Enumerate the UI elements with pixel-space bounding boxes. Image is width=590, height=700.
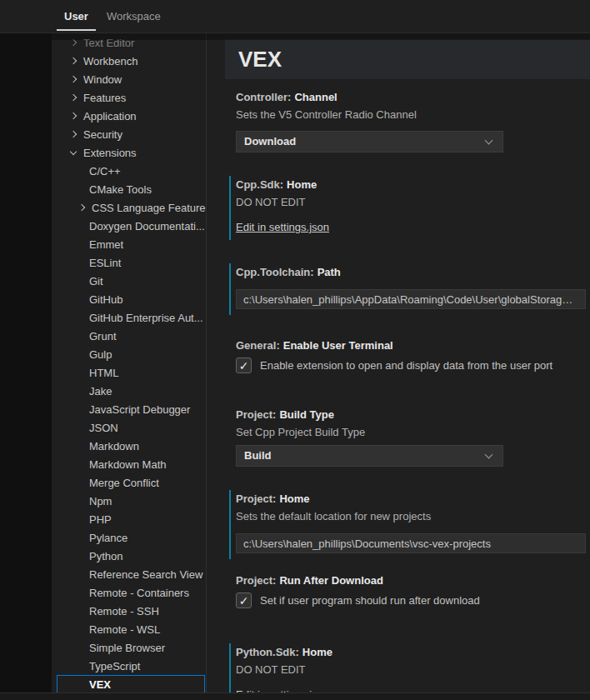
toc-item-cmake-tools[interactable]: CMake Tools: [57, 180, 205, 198]
toc-item-label: Remote - WSL: [89, 623, 160, 636]
toc-item-merge-conflict[interactable]: Merge Conflict: [57, 473, 205, 492]
toc-item-label: Remote - Containers: [89, 587, 189, 599]
toc-item-label: Doxygen Documentati...: [89, 220, 205, 232]
edit-in-settings-json-link[interactable]: Edit in settings.json: [236, 221, 329, 233]
toc-item-remote-wsl[interactable]: Remote - WSL: [57, 620, 205, 638]
toc-item-html[interactable]: HTML: [57, 363, 205, 382]
cpp-toolchain-path-input[interactable]: [236, 289, 586, 309]
toc-item-label: Jake: [89, 385, 112, 398]
select-value: Download: [237, 132, 502, 152]
toc-item-json[interactable]: JSON: [57, 418, 205, 437]
chevron-right-icon: [70, 131, 77, 138]
setting-project-build-type: Project:Build Type Set Cpp Project Build…: [236, 408, 586, 467]
toc-item-label: Npm: [89, 495, 112, 508]
setting-description: Sets the V5 Controller Radio Channel: [236, 108, 586, 122]
setting-project-home: Project:Home Sets the default location f…: [236, 492, 586, 553]
setting-label: Python.Sdk:Home: [236, 645, 586, 660]
extension-title-row: VEX: [225, 39, 590, 79]
toc-item-reference-search-view[interactable]: Reference Search View: [57, 565, 205, 583]
toc-item-label: JSON: [89, 422, 118, 434]
setting-label: Cpp.Toolchain:Path: [236, 265, 586, 280]
project-build-type-select[interactable]: Build: [236, 445, 503, 467]
toc-item-vex[interactable]: VEX: [57, 675, 205, 692]
toc-list: Text EditorWorkbenchWindowFeaturesApplic…: [52, 33, 206, 692]
toc-item-css-language-features[interactable]: CSS Language Features: [57, 198, 205, 217]
toc-item-label: Pylance: [89, 532, 128, 544]
toc-item-security[interactable]: Security: [57, 125, 205, 143]
toc-item-label: CSS Language Features: [92, 202, 206, 214]
run-after-download-checkbox[interactable]: ✓: [236, 592, 252, 608]
setting-category: General:: [236, 339, 280, 352]
setting-category: Controller:: [236, 91, 291, 103]
settings-editor: User Workspace Text EditorWorkbenchWindo…: [0, 0, 590, 700]
toc-item-label: Window: [83, 73, 122, 86]
toc-item-label: GitHub Enterprise Aut...: [89, 312, 203, 324]
tab-workspace[interactable]: Workspace: [99, 0, 168, 32]
setting-description: Set Cpp Project Build Type: [236, 425, 586, 440]
toc-item-label: JavaScript Debugger: [89, 403, 190, 416]
toc-item-php[interactable]: PHP: [57, 510, 205, 528]
toc-item-markdown-math[interactable]: Markdown Math: [57, 455, 205, 473]
project-home-input[interactable]: [236, 533, 586, 553]
enable-user-terminal-checkbox[interactable]: ✓: [236, 358, 252, 373]
toc-item-label: CMake Tools: [89, 183, 152, 196]
toc-item-label: Markdown: [89, 440, 139, 452]
toc-item-npm[interactable]: Npm: [57, 492, 205, 510]
toc-item-emmet[interactable]: Emmet: [57, 235, 205, 253]
setting-category: Project:: [236, 574, 276, 587]
toc-item-window[interactable]: Window: [57, 70, 205, 88]
toc-item-label: Simple Browser: [89, 642, 165, 654]
setting-description: DO NOT EDIT: [236, 195, 586, 210]
toc-item-label: GitHub: [89, 293, 122, 306]
toc-item-github-enterprise-aut[interactable]: GitHub Enterprise Aut...: [57, 308, 205, 327]
tab-workspace-label: Workspace: [107, 10, 161, 22]
toc-item-markdown[interactable]: Markdown: [57, 437, 205, 455]
setting-python-sdk-home: Python.Sdk:Home DO NOT EDIT Edit in sett…: [236, 645, 586, 692]
toc-item-remote-ssh[interactable]: Remote - SSH: [57, 602, 205, 620]
toc-item-git[interactable]: Git: [57, 272, 205, 290]
toc-item-jake[interactable]: Jake: [57, 382, 205, 400]
setting-label: Project:Run After Download: [236, 573, 586, 588]
toc-item-text-editor[interactable]: Text Editor: [57, 33, 205, 52]
setting-general-enable-user-terminal: General:Enable User Terminal ✓ Enable ex…: [236, 338, 586, 373]
toc-item-gulp[interactable]: Gulp: [57, 345, 205, 363]
toc-item-features[interactable]: Features: [57, 88, 205, 107]
toc-item-github[interactable]: GitHub: [57, 290, 205, 308]
setting-name: Path: [318, 266, 341, 278]
select-value: Build: [237, 446, 502, 466]
toc-item-label: Security: [83, 128, 122, 141]
setting-label: Controller:Channel: [236, 90, 586, 105]
setting-name: Channel: [294, 91, 337, 103]
toc-item-remote-containers[interactable]: Remote - Containers: [57, 583, 205, 602]
toc-item-workbench[interactable]: Workbench: [57, 52, 205, 70]
setting-cpp-sdk-home: Cpp.Sdk:Home DO NOT EDIT Edit in setting…: [236, 178, 586, 234]
toc-item-label: Application: [83, 110, 137, 122]
toc-item-label: Workbench: [83, 55, 138, 68]
toc-item-python[interactable]: Python: [57, 547, 205, 565]
toc-item-application[interactable]: Application: [57, 107, 205, 125]
chevron-right-icon: [70, 76, 77, 82]
toc-item-c-c[interactable]: C/C++: [57, 162, 205, 180]
toc-item-javascript-debugger[interactable]: JavaScript Debugger: [57, 400, 205, 418]
setting-name: Home: [302, 646, 332, 658]
toc-item-doxygen-documentati[interactable]: Doxygen Documentati...: [57, 217, 205, 235]
setting-category: Cpp.Toolchain:: [236, 266, 314, 278]
toc-item-typescript[interactable]: TypeScript: [57, 657, 205, 675]
toc-item-eslint[interactable]: ESLint: [57, 253, 205, 272]
setting-label: Cpp.Sdk:Home: [236, 178, 586, 192]
toc-item-label: Features: [83, 92, 126, 104]
toc-item-label: TypeScript: [89, 660, 140, 672]
toc-item-label: Extensions: [83, 147, 137, 159]
setting-category: Cpp.Sdk:: [236, 178, 283, 191]
toc-item-grunt[interactable]: Grunt: [57, 327, 205, 345]
setting-category: Project:: [236, 408, 276, 421]
toc-item-label: Gulp: [89, 348, 112, 361]
editor-background-gutter: [0, 33, 52, 692]
tab-user[interactable]: User: [57, 0, 96, 32]
toc-item-extensions[interactable]: Extensions: [57, 143, 205, 162]
toc-item-label: Git: [89, 275, 103, 288]
toc-item-pylance[interactable]: Pylance: [57, 528, 205, 547]
settings-toc[interactable]: Text EditorWorkbenchWindowFeaturesApplic…: [52, 33, 206, 692]
toc-item-simple-browser[interactable]: Simple Browser: [57, 638, 205, 657]
controller-channel-select[interactable]: Download: [236, 131, 503, 152]
